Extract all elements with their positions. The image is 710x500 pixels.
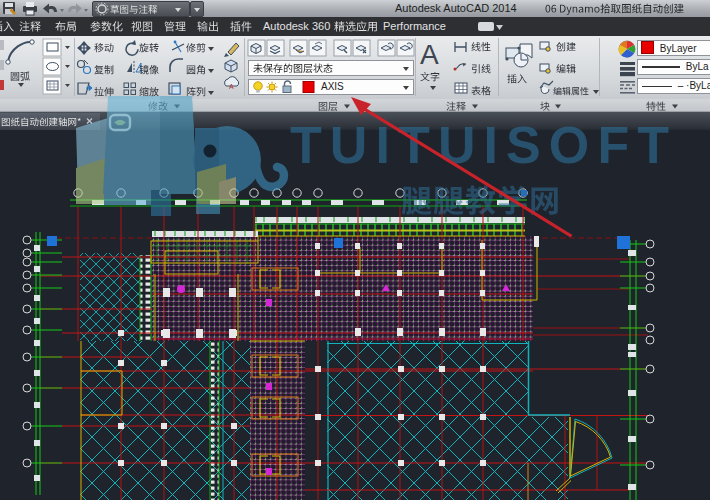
svg-text:A: A (229, 83, 234, 90)
svg-text:A: A (420, 39, 439, 70)
